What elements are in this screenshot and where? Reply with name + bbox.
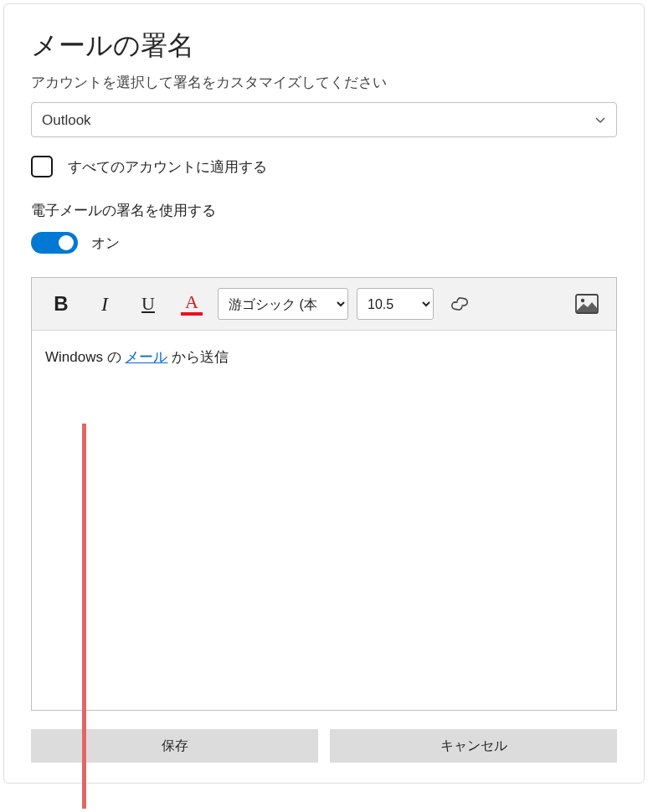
signature-textarea[interactable]: Windows の メール から送信 xyxy=(32,331,616,710)
apply-all-row: すべてのアカウントに適用する xyxy=(31,156,617,177)
signature-mail-link[interactable]: メール xyxy=(125,349,167,365)
underline-button[interactable]: U xyxy=(131,286,166,321)
image-button[interactable] xyxy=(569,286,604,321)
page-title: メールの署名 xyxy=(31,28,617,64)
use-signature-toggle[interactable] xyxy=(31,232,78,254)
editor-toolbar: B I U A 游ゴシック (本 10.5 xyxy=(32,278,616,331)
image-icon xyxy=(575,294,599,314)
font-size-select[interactable]: 10.5 xyxy=(357,288,434,320)
action-buttons: 保存 キャンセル xyxy=(31,729,617,763)
signature-settings-panel: メールの署名 アカウントを選択して署名をカスタマイズしてください Outlook… xyxy=(3,3,645,784)
signature-editor: B I U A 游ゴシック (本 10.5 xyxy=(31,277,617,711)
link-button[interactable] xyxy=(442,286,477,321)
bold-button[interactable]: B xyxy=(44,286,79,321)
annotation-line xyxy=(82,424,86,809)
font-color-letter: A xyxy=(185,293,198,311)
use-signature-label: 電子メールの署名を使用する xyxy=(31,201,617,220)
page-subtitle: アカウントを選択して署名をカスタマイズしてください xyxy=(31,73,617,92)
apply-all-checkbox[interactable] xyxy=(31,156,53,177)
toggle-state-label: オン xyxy=(91,234,120,253)
signature-text-suffix: から送信 xyxy=(167,349,229,365)
toggle-knob xyxy=(59,235,74,250)
save-button[interactable]: 保存 xyxy=(31,729,318,763)
font-color-button[interactable]: A xyxy=(174,286,209,321)
account-select-wrap: Outlook xyxy=(31,102,617,137)
font-color-bar xyxy=(181,312,203,316)
signature-text-prefix: Windows の xyxy=(45,349,125,365)
link-icon xyxy=(449,293,471,315)
font-family-select[interactable]: 游ゴシック (本 xyxy=(218,288,348,320)
account-select[interactable]: Outlook xyxy=(31,102,617,137)
svg-point-1 xyxy=(581,299,584,302)
italic-button[interactable]: I xyxy=(87,286,122,321)
apply-all-label: すべてのアカウントに適用する xyxy=(68,157,267,177)
use-signature-row: オン xyxy=(31,232,617,254)
cancel-button[interactable]: キャンセル xyxy=(330,729,617,763)
